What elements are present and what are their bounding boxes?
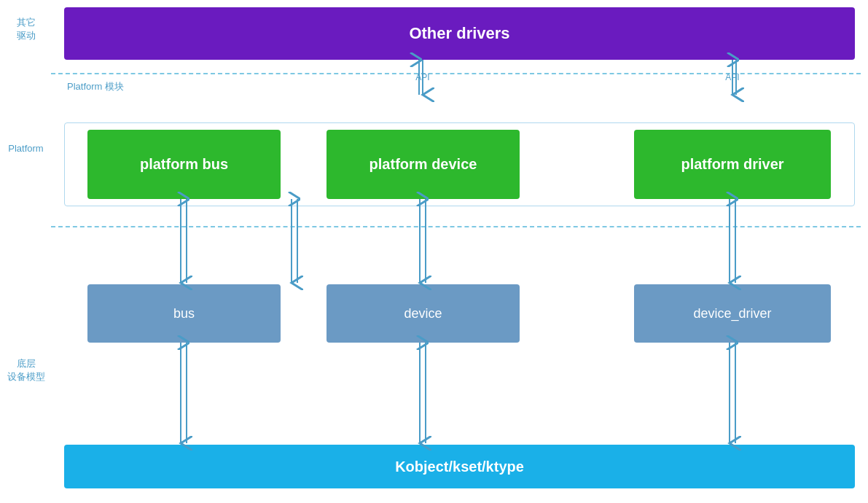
diagram-container: 其它驱动 Other drivers Platform 模块 Platform … <box>0 0 868 503</box>
device-label: device <box>404 306 442 321</box>
kobject-label: Kobject/kset/ktype <box>395 459 524 475</box>
device-driver-box: device_driver <box>634 284 831 343</box>
platform-driver-box: platform driver <box>634 130 831 199</box>
label-platform: Platform <box>6 142 46 155</box>
dashed-line-1 <box>51 73 861 74</box>
bus-label: bus <box>173 306 195 321</box>
label-other-drivers: 其它驱动 <box>6 16 46 42</box>
platform-module-label: Platform 模块 <box>67 80 124 93</box>
arrows-overlay: API API <box>0 0 868 503</box>
device-box: device <box>327 284 520 343</box>
dashed-line-2 <box>51 226 861 227</box>
label-base-model: 底层设备模型 <box>6 357 46 383</box>
platform-device-box: platform device <box>327 130 520 199</box>
kobject-box: Kobject/kset/ktype <box>64 445 855 488</box>
device-driver-label: device_driver <box>693 306 771 321</box>
bus-box: bus <box>87 284 281 343</box>
platform-device-label: platform device <box>370 156 477 173</box>
other-drivers-label: Other drivers <box>409 24 509 43</box>
platform-bus-box: platform bus <box>87 130 281 199</box>
other-drivers-box: Other drivers <box>64 7 855 60</box>
platform-bus-label: platform bus <box>140 156 228 173</box>
platform-driver-label: platform driver <box>681 156 783 173</box>
